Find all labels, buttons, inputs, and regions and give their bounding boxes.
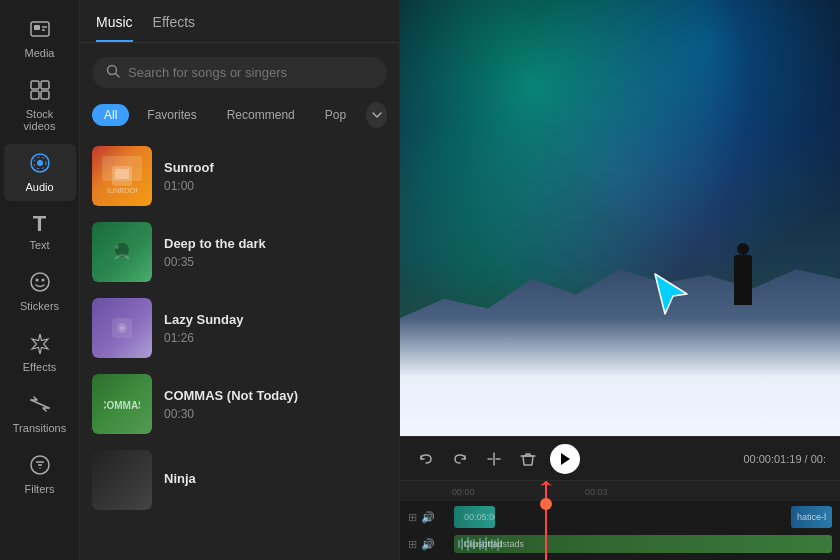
filter-favorites[interactable]: Favorites (135, 104, 208, 126)
svg-rect-7 (41, 91, 49, 99)
search-bar[interactable] (92, 57, 387, 88)
svg-marker-34 (561, 453, 570, 465)
song-info-ninja: Ninja (164, 471, 387, 490)
svg-point-13 (41, 279, 44, 282)
figure-silhouette (734, 255, 752, 305)
time-display: 00:00:01:19 / 00: (743, 453, 826, 465)
redo-button[interactable] (448, 447, 472, 471)
song-title-sunroof: Sunroof (164, 160, 387, 175)
sidebar-item-media[interactable]: Media (4, 10, 76, 67)
sidebar-item-text-label: Text (29, 239, 49, 251)
audio-icon (29, 152, 51, 177)
filter-all[interactable]: All (92, 104, 129, 126)
filter-bar: All Favorites Recommend Pop (80, 98, 399, 138)
filter-more-button[interactable] (366, 102, 387, 128)
track-clip-audio-label: Oipsottadstads (460, 539, 524, 549)
timeline-tracks: ⊞ 🔊 redd-f-rjfOdIB7k-E-unsplash.jpg 00:0… (400, 501, 840, 560)
playback-bar: 00:00:01:19 / 00: (400, 436, 840, 480)
sidebar-item-audio-label: Audio (25, 181, 53, 193)
undo-button[interactable] (414, 447, 438, 471)
song-info-lazy: Lazy Sunday 01:26 (164, 312, 387, 345)
track-clip-video-2[interactable]: hatice-bar... (791, 506, 832, 528)
sidebar-item-text[interactable]: T Text (4, 205, 76, 259)
song-item-lazy[interactable]: Lazy Sunday 01:26 (80, 290, 399, 366)
sidebar: Media Stockvideos Audio T Text (0, 0, 80, 560)
tab-effects[interactable]: Effects (153, 14, 196, 42)
song-info-commas: COMMAS (Not Today) 00:30 (164, 388, 387, 421)
song-title-commas: COMMAS (Not Today) (164, 388, 387, 403)
track-row-audio: ⊞ 🔊 Oipsottadstads (408, 532, 832, 556)
ruler-mark-0: 00:00 (452, 487, 475, 497)
track-volume-icon[interactable]: 🔊 (421, 511, 435, 524)
filters-icon (29, 454, 51, 479)
sidebar-item-effects[interactable]: Effects (4, 324, 76, 381)
stock-icon (29, 79, 51, 104)
svg-rect-6 (31, 91, 39, 99)
svg-rect-5 (41, 81, 49, 89)
playhead[interactable] (545, 481, 547, 560)
song-item-commas[interactable]: COMMAS COMMAS (Not Today) 00:30 (80, 366, 399, 442)
sidebar-item-stock-label: Stockvideos (24, 108, 56, 132)
search-input[interactable] (128, 65, 373, 80)
track-clip-video-duration: 00:05:00 (464, 512, 495, 522)
playhead-dot (540, 498, 552, 510)
split-button[interactable] (482, 447, 506, 471)
filter-pop[interactable]: Pop (313, 104, 358, 126)
main-area: 00:00:01:19 / 00: 00:00 00:03 ⊞ 🔊 redd-f… (400, 0, 840, 560)
song-title-ninja: Ninja (164, 471, 387, 486)
song-title-deep: Deep to the dark (164, 236, 387, 251)
track-resize-icon[interactable]: ⊞ (408, 511, 417, 524)
text-icon: T (33, 213, 46, 235)
svg-point-12 (35, 279, 38, 282)
track-row-video: ⊞ 🔊 redd-f-rjfOdIB7k-E-unsplash.jpg 00:0… (408, 505, 832, 529)
sidebar-item-stock[interactable]: Stockvideos (4, 71, 76, 140)
song-item-ninja[interactable]: Ninja (80, 442, 399, 518)
svg-rect-22 (115, 169, 129, 179)
track-audio-volume-icon[interactable]: 🔊 (421, 538, 435, 551)
song-thumb-lazy (92, 298, 152, 358)
sidebar-item-transitions[interactable]: Transitions (4, 385, 76, 442)
song-list: SUNROOF Sunroof 01:00 De (80, 138, 399, 560)
svg-point-11 (31, 273, 49, 291)
delete-button[interactable] (516, 447, 540, 471)
song-duration-commas: 00:30 (164, 407, 387, 421)
tab-music[interactable]: Music (96, 14, 133, 42)
sidebar-item-stickers[interactable]: Stickers (4, 263, 76, 320)
video-preview (400, 0, 840, 436)
svg-point-25 (115, 245, 119, 249)
song-info-deep: Deep to the dark 00:35 (164, 236, 387, 269)
svg-text:SUNROOF: SUNROOF (107, 187, 137, 194)
media-icon (29, 18, 51, 43)
audio-panel: Music Effects All Favorites Recommend Po… (80, 0, 400, 560)
ruler-mark-1: 00:03 (585, 487, 608, 497)
song-duration-lazy: 01:26 (164, 331, 387, 345)
search-icon (106, 64, 120, 81)
sidebar-item-effects-label: Effects (23, 361, 56, 373)
sidebar-item-media-label: Media (25, 47, 55, 59)
song-duration-deep: 00:35 (164, 255, 387, 269)
effects-icon (29, 332, 51, 357)
svg-rect-1 (34, 25, 40, 30)
svg-line-14 (31, 400, 49, 408)
play-button[interactable] (550, 444, 580, 474)
track-icons-audio: ⊞ 🔊 (408, 538, 448, 551)
song-thumb-commas: COMMAS (92, 374, 152, 434)
track-clip-video[interactable]: redd-f-rjfOdIB7k-E-unsplash.jpg 00:05:00 (454, 506, 495, 528)
song-item-deep[interactable]: Deep to the dark 00:35 (80, 214, 399, 290)
timeline-ruler: 00:00 00:03 (400, 481, 840, 501)
panel-tabs: Music Effects (80, 0, 399, 43)
song-item-sunroof[interactable]: SUNROOF Sunroof 01:00 (80, 138, 399, 214)
sidebar-item-filters[interactable]: Filters (4, 446, 76, 503)
transitions-icon (29, 393, 51, 418)
track-clip-video-2-label: hatice-bar... (797, 512, 826, 522)
filter-recommend[interactable]: Recommend (215, 104, 307, 126)
song-duration-sunroof: 01:00 (164, 179, 387, 193)
track-clip-audio[interactable]: Oipsottadstads (454, 535, 832, 553)
stickers-icon (29, 271, 51, 296)
sidebar-item-audio[interactable]: Audio (4, 144, 76, 201)
sidebar-item-filters-label: Filters (25, 483, 55, 495)
track-audio-resize-icon[interactable]: ⊞ (408, 538, 417, 551)
track-icons-video: ⊞ 🔊 (408, 511, 448, 524)
song-thumb-sunroof: SUNROOF (92, 146, 152, 206)
song-thumb-deep (92, 222, 152, 282)
